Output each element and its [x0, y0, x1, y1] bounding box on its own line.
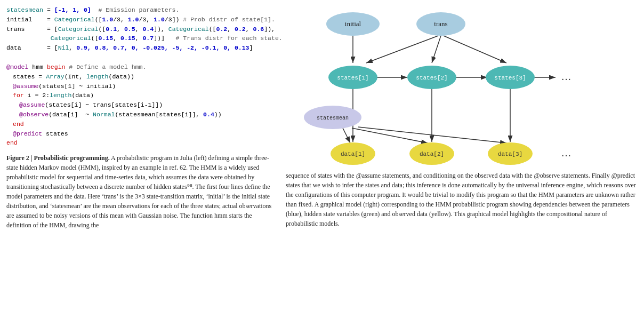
code-comment-3: # Trans distr for each state. [176, 35, 283, 42]
label-states3: states[3] [494, 75, 526, 81]
code-kw-for: for [13, 92, 24, 99]
code-line-blank [6, 53, 278, 62]
code-func-length-1: length [86, 73, 108, 80]
code-comment-4: # Define a model hmm. [69, 63, 146, 70]
code-func-normal: Normal [93, 111, 115, 118]
code-line-5: data = [Nil, 0.9, 0.8, 0.7, 0, -0.025, -… [6, 43, 278, 53]
caption-text-left: A probabilistic program in Julia (left) … [6, 154, 271, 229]
code-line-7: @model hmm begin # Define a model hmm. [6, 62, 278, 72]
code-func-length-2: length [50, 92, 71, 99]
code-kw-assume-1: @assume [13, 83, 38, 90]
code-n4: 0.2 [216, 26, 227, 33]
code-kw-observe: @observe [19, 111, 49, 118]
label-data1: data[1] [341, 151, 365, 157]
label-statesmean: statesmean [317, 115, 349, 121]
dots-data: … [561, 147, 571, 158]
arrow-trans-states1 [366, 36, 438, 63]
arrow-trans-states3 [444, 36, 506, 63]
code-line-4: Categorical([0.15, 0.15, 0.7])] # Trans … [6, 34, 278, 43]
code-kw-assume-2: @assume [19, 101, 45, 108]
code-nil: Nil [58, 44, 69, 51]
code-n1: 0.1 [106, 26, 117, 33]
code-line-8: states = Array(Int, length(data)) [6, 72, 278, 82]
code-line-12: @observe(data[i] ~ Normal(statesmean[sta… [6, 110, 278, 120]
label-data2: data[2] [420, 151, 444, 157]
code-num-1: 1.0 [102, 16, 113, 23]
code-func-cat-4: Categorical [51, 35, 91, 42]
code-num-3: 1.0 [154, 16, 165, 23]
code-func-cat-2: Categorical [58, 26, 99, 33]
code-val-1: [-1, 1, 0] [54, 6, 91, 13]
main-container: statesmean = [-1, 1, 0] # Emission param… [0, 0, 644, 235]
code-n2: 0.5 [124, 26, 135, 33]
label-states1: states[1] [337, 75, 368, 81]
caption-text-right: sequence of states with the @assume stat… [286, 172, 636, 227]
label-trans: trans [434, 20, 447, 28]
code-comment-1: # Emission parameters. [99, 6, 180, 13]
code-kw-end-2: end [6, 139, 18, 146]
code-line-3: trans = [Categorical([0.1, 0.5, 0.4]), C… [6, 25, 278, 34]
code-n5: 0.2 [235, 26, 246, 33]
code-n9: 0.7 [142, 35, 154, 42]
code-func-cat-3: Categorical [168, 26, 209, 33]
graph-svg: initial trans states[1] states[2] states… [284, 5, 598, 171]
code-n7: 0.15 [99, 35, 114, 42]
figure-caption-right: sequence of states with the @assume stat… [284, 171, 638, 228]
code-var-initial: initial [6, 16, 43, 23]
arrow-trans-states2 [432, 36, 441, 63]
code-var-trans: trans [6, 26, 43, 33]
code-comment-2: # Prob distr of state[1]. [183, 16, 275, 23]
label-states2: states[2] [416, 75, 447, 81]
code-line-13: end [6, 120, 278, 129]
code-line-1: statesmean = [-1, 1, 0] # Emission param… [6, 5, 278, 15]
graph-area: initial trans states[1] states[2] states… [284, 5, 638, 171]
figure-caption-left: Figure 2 | Probabilistic programming. A … [6, 153, 278, 230]
code-func-array: Array [46, 73, 65, 80]
code-n8: 0.15 [120, 35, 135, 42]
code-num-2: 1.0 [128, 16, 139, 23]
label-initial: initial [345, 20, 361, 28]
code-kw-begin: begin [47, 63, 66, 70]
code-var-data: data [6, 44, 43, 51]
code-n10: 0.4 [203, 111, 214, 118]
code-line-10: for i = 2:length(data) [6, 91, 278, 100]
code-line-14: @predict states [6, 129, 278, 139]
code-n6: 0.6 [253, 26, 264, 33]
code-line-11: @assume(states[i] ~ trans[states[i-1]]) [6, 100, 278, 110]
code-var-statesmean: statesmean [6, 6, 43, 13]
code-line-9: @assume(states[1] ~ initial) [6, 82, 278, 91]
dots-states: … [561, 70, 571, 82]
code-kw-predict: @predict [13, 130, 42, 137]
caption-bold: Figure 2 | Probabilistic programming. [6, 154, 110, 162]
code-kw-end-1: end [13, 121, 24, 128]
arrow-sm-d3 [358, 127, 506, 143]
arrow-sm-d1 [342, 127, 350, 143]
code-func-categorical-1: Categorical [54, 16, 95, 23]
code-kw-model: @model [6, 63, 28, 70]
code-line-2: initial = Categorical([1.0/3, 1.0/3, 1.0… [6, 15, 278, 25]
left-panel: statesmean = [-1, 1, 0] # Emission param… [6, 5, 284, 230]
code-data-vals: 0.9, 0.8, 0.7, 0, -0.025, -5, -2, -0.1, … [76, 44, 249, 51]
right-panel: initial trans states[1] states[2] states… [284, 5, 638, 230]
label-data3: data[3] [498, 151, 522, 157]
code-block: statesmean = [-1, 1, 0] # Emission param… [6, 5, 278, 148]
code-line-15: end [6, 138, 278, 148]
code-n3: 0.4 [142, 26, 154, 33]
